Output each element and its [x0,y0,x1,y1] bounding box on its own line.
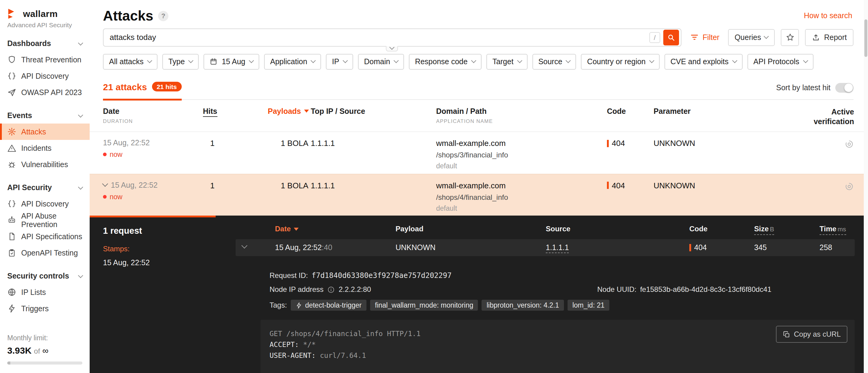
active-verification-icon[interactable] [844,181,854,191]
chevron-down-icon [78,112,83,118]
sidebar-item-label: API Abuse Prevention [21,212,82,228]
sidebar-item-incidents[interactable]: Incidents [0,140,90,156]
http-header-value: curl/7.64.1 [320,351,366,360]
info-icon[interactable] [327,285,335,293]
burst-icon [7,127,17,136]
attack-path: /shops/3/financial_info [436,151,607,160]
attack-row-2-expanded[interactable]: 15 Aug, 22:52 now 1 1 BOLA 1.1.1.1 wmall… [90,174,868,216]
filter-api-protocols[interactable]: API Protocols [747,54,813,70]
main-content: Attacks ? How to search / Filter Queries [90,0,868,373]
detail-col-payload: Payload [396,225,546,233]
filter-target[interactable]: Target [486,54,528,70]
sidebar-item-api-specifications[interactable]: API Specifications [0,228,90,245]
bug-icon [7,160,17,169]
col-header-hits[interactable]: Hits [203,107,268,116]
filter-response-code[interactable]: Response code [409,54,482,70]
sidebar-item-api-discovery[interactable]: API Discovery [0,68,90,84]
sidebar-item-owasp-api-2023[interactable]: OWASP API 2023 [0,84,90,100]
request-code: 404 [694,243,707,252]
detail-col-source: Source [546,225,689,233]
requests-table: Date Payload Source Code SizeB Timems 15… [236,216,855,373]
chevron-down-icon [249,58,254,63]
sidebar-item-api-abuse-prevention[interactable]: API Abuse Prevention [0,212,90,228]
queries-button[interactable]: Queries [728,29,775,46]
sidebar-item-label: Vulnerabilities [21,160,68,168]
request-row[interactable]: 15 Aug, 22:52:40 UNKNOWN 1.1.1.1 404 345… [236,239,855,256]
detail-col-time: Timems [819,225,855,233]
attack-domain: wmall-example.com [436,181,607,190]
attack-date: 15 Aug, 22:52 [103,139,150,148]
active-verification-icon[interactable] [844,139,854,149]
sidebar-item-openapi-testing[interactable]: OpenAPI Testing [0,245,90,261]
attack-row-1[interactable]: 15 Aug, 22:52 now 1 1 BOLA 1.1.1.1 wmall… [90,132,868,174]
tag-libproton-version: libproton_version: 4.2.1 [482,300,564,311]
attack-domain: wmall-example.com [436,139,607,148]
sidebar-item-vulnerabilities[interactable]: Vulnerabilities [0,156,90,173]
request-source-ip[interactable]: 1.1.1.1 [546,243,569,253]
filter-country[interactable]: Country or region [581,54,660,70]
clipboard-check-icon [7,248,17,257]
filter-application[interactable]: Application [264,54,321,70]
filter-button[interactable]: Filter [687,29,722,46]
sidebar-section-events[interactable]: Events [7,108,82,124]
sidebar-section-api-security[interactable]: API Security [7,180,82,195]
filter-ip[interactable]: IP [326,54,353,70]
sidebar-section-dashboards[interactable]: Dashboards [7,36,82,52]
chevron-down-icon[interactable] [241,243,247,249]
monthly-limit: Monthly limit: 3.93K of ∞ [7,334,82,365]
query-builder-expander[interactable] [386,46,398,52]
sort-toggle[interactable] [835,83,854,93]
chevron-down-icon[interactable] [102,181,108,187]
request-time: 258 [819,243,855,252]
http-header-name: ACCEPT: [270,340,299,349]
code-status-bar [689,244,691,251]
brand-subtitle: Advanced API Security [7,21,82,28]
wallarm-logo-icon [7,7,20,20]
brand[interactable]: wallarm [7,7,82,20]
detail-col-date[interactable]: Date [275,225,396,233]
search-button[interactable] [663,30,679,45]
filter-cve-exploits[interactable]: CVE and exploits [664,54,743,70]
monthly-limit-progressbar [7,362,82,365]
shield-icon [7,55,17,64]
search-box: / [103,28,681,46]
filter-type[interactable]: Type [162,54,199,70]
filter-date[interactable]: 15 Aug [204,54,259,70]
sidebar-item-api-discovery-2[interactable]: API Discovery [0,195,90,212]
search-input[interactable] [110,33,649,42]
stamps-label: Stamps: [103,245,224,253]
http-header-value: */* [303,340,316,349]
sidebar-item-threat-prevention[interactable]: Threat Prevention [0,52,90,68]
scrollbar-thumb[interactable] [864,20,867,57]
attacks-count-tab[interactable]: 21 attacks 21 hits [103,82,182,100]
sidebar-item-label: API Discovery [21,199,69,208]
sidebar-item-triggers[interactable]: Triggers [0,300,90,317]
how-to-search-link[interactable]: How to search [804,12,852,20]
filter-all-attacks[interactable]: All attacks [103,54,157,70]
tags-label: Tags: [270,301,287,309]
sidebar-item-label: Incidents [21,144,52,152]
filter-button-label: Filter [703,33,720,42]
col-header-payloads[interactable]: Payloads [268,107,311,116]
node-uuid-value: fe15853b-a66b-4d2d-8c3c-13cf6f80dc41 [640,285,771,294]
sidebar-section-security-controls[interactable]: Security controls [7,268,82,284]
chevron-down-icon [78,184,83,189]
copy-as-curl-button[interactable]: Copy as cURL [776,326,847,343]
sidebar-item-ip-lists[interactable]: IP Lists [0,284,90,300]
live-dot-icon [103,153,106,157]
request-metadata: Request ID: f7d1840d63380e3f9278ae757d20… [270,271,855,311]
filter-domain[interactable]: Domain [358,54,404,70]
queries-button-label: Queries [735,33,761,42]
filter-source[interactable]: Source [532,54,576,70]
brand-name: wallarm [23,8,58,19]
help-icon[interactable]: ? [158,11,168,21]
sidebar-item-attacks[interactable]: Attacks [0,124,90,140]
sort-by-latest-hit-label: Sort by latest hit [776,84,831,92]
robot-icon [7,216,17,225]
request-payload: UNKNOWN [396,243,546,252]
vertical-scrollbar[interactable] [864,0,868,373]
http-header-name: USER-AGENT: [270,351,316,360]
report-button[interactable]: Report [805,29,854,46]
favorite-query-button[interactable] [781,29,799,46]
calendar-icon [210,58,217,66]
